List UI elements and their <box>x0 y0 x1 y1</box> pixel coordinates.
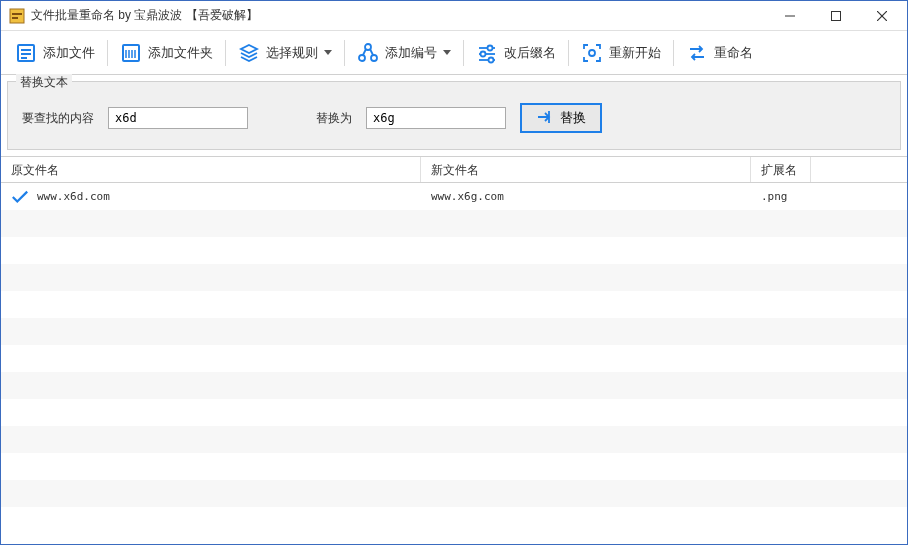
table-row[interactable]: www.x6d.com www.x6g.com .png <box>1 183 907 210</box>
nodes-icon <box>357 42 379 64</box>
rename-label: 重命名 <box>714 44 753 62</box>
table-row <box>1 372 907 399</box>
table-row <box>1 318 907 345</box>
cell-original: www.x6d.com <box>37 190 110 203</box>
rename-button[interactable]: 重命名 <box>678 35 761 71</box>
col-new[interactable]: 新文件名 <box>421 157 751 182</box>
find-label: 要查找的内容 <box>22 110 94 127</box>
separator <box>673 40 674 66</box>
add-file-button[interactable]: 添加文件 <box>7 35 103 71</box>
col-ext[interactable]: 扩展名 <box>751 157 811 182</box>
add-folder-label: 添加文件夹 <box>148 44 213 62</box>
minimize-button[interactable] <box>767 2 813 30</box>
add-folder-button[interactable]: 添加文件夹 <box>112 35 221 71</box>
replace-button-label: 替换 <box>560 109 586 127</box>
add-file-label: 添加文件 <box>43 44 95 62</box>
replace-label: 替换为 <box>316 110 352 127</box>
svg-line-16 <box>370 49 373 55</box>
select-rule-label: 选择规则 <box>266 44 318 62</box>
separator <box>463 40 464 66</box>
close-button[interactable] <box>859 2 905 30</box>
grid-body: www.x6d.com www.x6g.com .png <box>1 183 907 507</box>
check-icon <box>11 189 29 205</box>
panel-title: 替换文本 <box>16 74 72 91</box>
sliders-icon <box>476 42 498 64</box>
replace-button[interactable]: 替换 <box>520 103 602 133</box>
svg-rect-2 <box>12 17 18 19</box>
table-row <box>1 291 907 318</box>
file-icon <box>15 42 37 64</box>
replace-icon <box>536 108 554 129</box>
table-row <box>1 399 907 426</box>
add-number-label: 添加编号 <box>385 44 437 62</box>
svg-point-23 <box>589 50 595 56</box>
table-row <box>1 345 907 372</box>
svg-point-13 <box>359 55 365 61</box>
table-row <box>1 453 907 480</box>
toolbar: 添加文件 添加文件夹 选择规则 添加编号 改后缀名 重新开始 <box>1 31 907 75</box>
svg-rect-0 <box>10 9 24 23</box>
find-input[interactable] <box>108 107 248 129</box>
grid-header: 原文件名 新文件名 扩展名 <box>1 157 907 183</box>
separator <box>107 40 108 66</box>
replace-input[interactable] <box>366 107 506 129</box>
svg-line-15 <box>363 49 366 55</box>
chevron-down-icon <box>324 49 332 57</box>
layers-icon <box>238 42 260 64</box>
add-number-button[interactable]: 添加编号 <box>349 35 459 71</box>
table-row <box>1 426 907 453</box>
titlebar: 文件批量重命名 by 宝鼎波波 【吾爱破解】 <box>1 1 907 31</box>
window-title: 文件批量重命名 by 宝鼎波波 【吾爱破解】 <box>31 7 767 24</box>
restart-button[interactable]: 重新开始 <box>573 35 669 71</box>
select-rule-button[interactable]: 选择规则 <box>230 35 340 71</box>
replace-panel: 替换文本 要查找的内容 替换为 替换 <box>7 81 901 150</box>
svg-rect-1 <box>12 13 22 15</box>
chevron-down-icon <box>443 49 451 57</box>
swap-icon <box>686 42 708 64</box>
svg-point-14 <box>371 55 377 61</box>
restart-label: 重新开始 <box>609 44 661 62</box>
cell-ext: .png <box>761 190 788 203</box>
table-row <box>1 264 907 291</box>
svg-point-22 <box>489 57 494 62</box>
svg-rect-4 <box>832 11 841 20</box>
folder-icon <box>120 42 142 64</box>
table-row <box>1 480 907 507</box>
file-grid: 原文件名 新文件名 扩展名 www.x6d.com www.x6g.com .p… <box>1 156 907 544</box>
col-original[interactable]: 原文件名 <box>1 157 421 182</box>
table-row <box>1 210 907 237</box>
svg-point-18 <box>488 45 493 50</box>
cell-new: www.x6g.com <box>431 190 504 203</box>
app-icon <box>9 8 25 24</box>
scan-icon <box>581 42 603 64</box>
separator <box>568 40 569 66</box>
change-ext-label: 改后缀名 <box>504 44 556 62</box>
svg-point-20 <box>481 51 486 56</box>
change-ext-button[interactable]: 改后缀名 <box>468 35 564 71</box>
maximize-button[interactable] <box>813 2 859 30</box>
separator <box>225 40 226 66</box>
separator <box>344 40 345 66</box>
table-row <box>1 237 907 264</box>
